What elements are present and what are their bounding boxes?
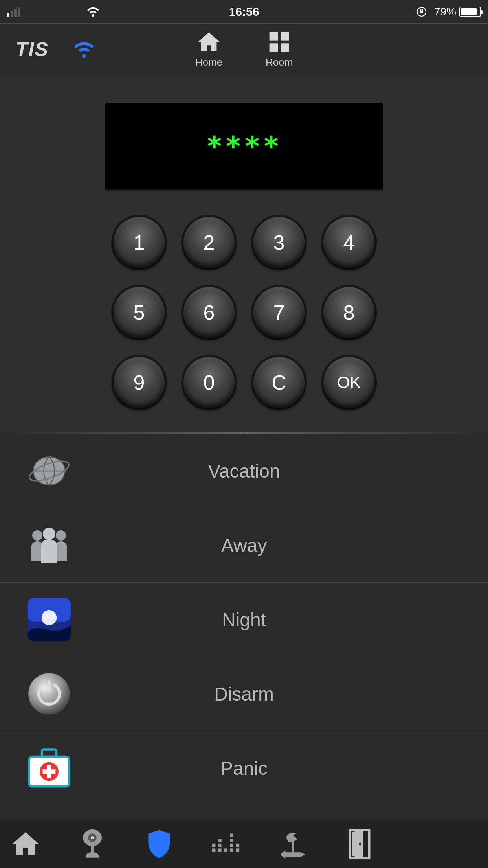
cell-signal-icon bbox=[7, 7, 20, 17]
svg-rect-29 bbox=[218, 839, 222, 842]
camera-icon bbox=[79, 828, 106, 860]
mode-away-label: Away bbox=[75, 535, 464, 556]
key-7[interactable]: 7 bbox=[253, 287, 305, 338]
keypad-panel: **** 1 2 3 4 5 6 7 8 9 0 C OK bbox=[0, 75, 488, 432]
home-icon bbox=[196, 30, 222, 54]
svg-rect-1 bbox=[270, 32, 278, 41]
svg-point-39 bbox=[359, 843, 361, 846]
mode-disarm[interactable]: Disarm bbox=[0, 657, 488, 731]
tab-bar bbox=[0, 820, 488, 868]
svg-rect-21 bbox=[43, 769, 56, 774]
svg-rect-30 bbox=[224, 848, 227, 852]
brand-logo: TIS bbox=[16, 38, 49, 61]
door-icon bbox=[347, 828, 372, 861]
svg-rect-2 bbox=[281, 32, 289, 41]
svg-point-8 bbox=[32, 530, 42, 541]
svg-rect-36 bbox=[236, 844, 239, 847]
svg-point-13 bbox=[42, 610, 57, 625]
key-4[interactable]: 4 bbox=[323, 217, 374, 268]
battery-indicator: 79% bbox=[434, 6, 481, 18]
tab-security[interactable] bbox=[141, 826, 177, 862]
status-bar: 16:56 79% bbox=[0, 0, 488, 24]
people-icon bbox=[24, 520, 75, 571]
key-0[interactable]: 0 bbox=[183, 357, 235, 408]
mode-panic-label: Panic bbox=[75, 758, 464, 779]
svg-rect-28 bbox=[218, 844, 222, 847]
key-8[interactable]: 8 bbox=[323, 287, 374, 338]
keypad: 1 2 3 4 5 6 7 8 9 0 C OK bbox=[114, 217, 374, 408]
orientation-lock-icon bbox=[416, 6, 427, 17]
key-2[interactable]: 2 bbox=[183, 217, 235, 268]
grid-icon bbox=[268, 30, 291, 54]
key-ok[interactable]: OK bbox=[323, 357, 374, 408]
tab-home[interactable] bbox=[8, 826, 43, 862]
svg-rect-35 bbox=[236, 848, 239, 852]
tab-weather[interactable] bbox=[275, 826, 310, 862]
mode-vacation-label: Vacation bbox=[75, 460, 464, 482]
nav-room[interactable]: Room bbox=[266, 30, 293, 68]
tab-camera[interactable] bbox=[75, 826, 110, 862]
svg-point-14 bbox=[28, 673, 70, 715]
svg-point-10 bbox=[43, 528, 55, 540]
mode-disarm-label: Disarm bbox=[75, 683, 464, 705]
svg-point-24 bbox=[91, 836, 94, 839]
night-icon bbox=[24, 594, 75, 645]
tab-door[interactable] bbox=[342, 826, 377, 862]
key-3[interactable]: 3 bbox=[253, 217, 305, 268]
status-right: 79% bbox=[416, 6, 481, 18]
code-display: **** bbox=[105, 103, 383, 189]
svg-rect-3 bbox=[270, 43, 278, 52]
home-icon bbox=[10, 830, 41, 858]
svg-rect-37 bbox=[292, 841, 294, 852]
app-header: TIS Home Room bbox=[0, 24, 488, 75]
key-5[interactable]: 5 bbox=[114, 287, 165, 338]
code-display-value: **** bbox=[206, 130, 282, 162]
nav-home-label: Home bbox=[195, 56, 222, 68]
svg-rect-25 bbox=[212, 848, 216, 852]
mode-away[interactable]: Away bbox=[0, 508, 488, 583]
key-clear[interactable]: C bbox=[253, 357, 305, 408]
svg-rect-32 bbox=[230, 844, 233, 847]
svg-rect-16 bbox=[48, 680, 50, 692]
battery-icon bbox=[459, 7, 481, 17]
key-1[interactable]: 1 bbox=[114, 217, 165, 268]
wifi-status-icon[interactable] bbox=[72, 40, 96, 59]
key-6[interactable]: 6 bbox=[183, 287, 235, 338]
mode-night[interactable]: Night bbox=[0, 583, 488, 657]
tab-equalizer[interactable] bbox=[208, 826, 244, 862]
svg-rect-33 bbox=[230, 839, 233, 842]
svg-rect-18 bbox=[42, 750, 56, 756]
status-left bbox=[7, 6, 100, 17]
header-nav: Home Room bbox=[195, 30, 293, 68]
nav-home[interactable]: Home bbox=[195, 30, 222, 68]
mode-night-label: Night bbox=[75, 609, 464, 631]
globe-icon bbox=[24, 445, 75, 497]
svg-rect-4 bbox=[281, 43, 289, 52]
svg-rect-27 bbox=[218, 848, 222, 852]
nav-room-label: Room bbox=[266, 56, 293, 68]
mode-list: Vacation Away Night Disarm Panic bbox=[0, 434, 488, 805]
svg-rect-34 bbox=[230, 833, 233, 837]
svg-point-9 bbox=[56, 530, 66, 541]
key-9[interactable]: 9 bbox=[114, 357, 165, 408]
wifi-icon bbox=[86, 6, 100, 17]
weathervane-icon bbox=[277, 829, 308, 859]
svg-rect-26 bbox=[212, 844, 216, 847]
svg-rect-31 bbox=[230, 848, 233, 852]
shield-icon bbox=[145, 828, 173, 860]
mode-vacation[interactable]: Vacation bbox=[0, 434, 488, 508]
medkit-icon bbox=[24, 743, 75, 794]
mode-panic[interactable]: Panic bbox=[0, 731, 488, 805]
equalizer-icon bbox=[211, 831, 241, 857]
battery-percent: 79% bbox=[434, 6, 456, 18]
power-icon bbox=[24, 668, 75, 719]
status-time: 16:56 bbox=[229, 5, 259, 18]
